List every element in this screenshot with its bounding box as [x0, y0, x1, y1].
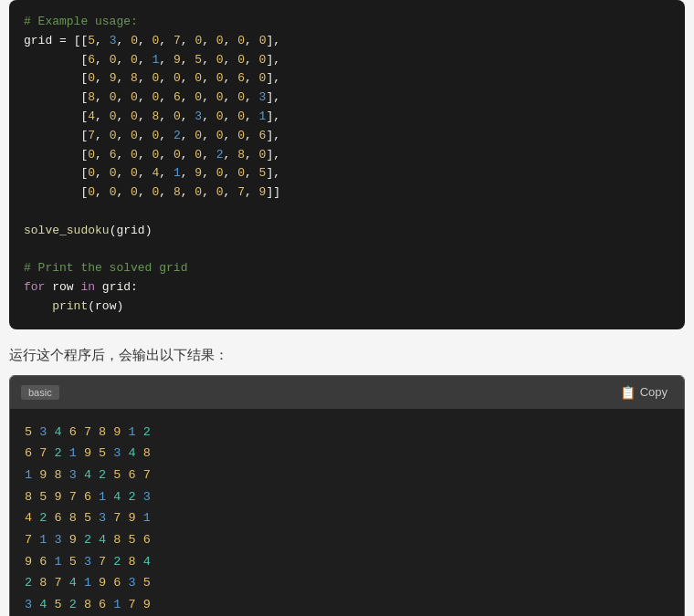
code-line-3: [0, 9, 8, 0, 0, 0, 0, 6, 0], — [24, 69, 670, 89]
output-row-1: 5 3 4 6 7 8 9 1 2 — [25, 422, 669, 444]
top-code-block: # Example usage: grid = [[5, 3, 0, 0, 7,… — [9, 0, 685, 329]
code-line-grid: grid = [[5, 3, 0, 0, 7, 0, 0, 0, 0], — [24, 32, 670, 51]
output-row-8: 2 8 7 4 1 9 6 3 5 — [25, 572, 669, 594]
code-line-print: print(row) — [24, 298, 670, 317]
output-row-6: 7 1 3 9 2 4 8 5 6 — [25, 529, 669, 551]
section-label: 运行这个程序后，会输出以下结果： — [9, 347, 228, 362]
code-line-8: [0, 0, 0, 4, 1, 9, 0, 0, 5], — [24, 164, 670, 183]
code-line-9: [0, 0, 0, 0, 8, 0, 0, 7, 9]] — [24, 183, 670, 203]
output-header: basic 📋 Copy — [10, 376, 684, 409]
code-line-4: [8, 0, 0, 0, 6, 0, 0, 0, 3], — [24, 89, 670, 108]
code-line-5: [4, 0, 0, 8, 0, 3, 0, 0, 1], — [24, 108, 670, 127]
section-text: 运行这个程序后，会输出以下结果： — [0, 329, 694, 375]
output-row-5: 4 2 6 8 5 3 7 9 1 — [25, 507, 669, 529]
output-row-9: 3 4 5 2 8 6 1 7 9 — [25, 594, 669, 616]
copy-icon: 📋 — [620, 385, 636, 400]
code-line-for: for row in grid: — [24, 278, 670, 298]
output-row-3: 1 9 8 3 4 2 5 6 7 — [25, 465, 669, 486]
code-line-comment2: # Print the solved grid — [24, 259, 670, 278]
code-line-2: [6, 0, 0, 1, 9, 5, 0, 0, 0], — [24, 51, 670, 70]
page-container: # Example usage: grid = [[5, 3, 0, 0, 7,… — [0, 0, 694, 616]
code-blank1 — [24, 203, 670, 222]
code-line-7: [0, 6, 0, 0, 0, 0, 2, 8, 0], — [24, 146, 670, 165]
output-row-4: 8 5 9 7 6 1 4 2 3 — [25, 486, 669, 508]
output-block: basic 📋 Copy 5 3 4 6 7 8 9 1 2 6 7 2 1 9… — [9, 375, 685, 616]
code-line-6: [7, 0, 0, 0, 2, 0, 0, 0, 6], — [24, 127, 670, 146]
output-row-2: 6 7 2 1 9 5 3 4 8 — [25, 443, 669, 465]
copy-label: Copy — [640, 385, 668, 399]
code-line-solvecall: solve_sudoku(grid) — [24, 222, 670, 241]
output-body: 5 3 4 6 7 8 9 1 2 6 7 2 1 9 5 3 4 8 1 9 … — [10, 409, 684, 616]
output-row-7: 9 6 1 5 3 7 2 8 4 — [25, 551, 669, 573]
lang-badge: basic — [21, 385, 59, 400]
code-blank2 — [24, 241, 670, 260]
code-line-comment1: # Example usage: — [24, 13, 670, 32]
copy-button[interactable]: 📋 Copy — [615, 383, 673, 402]
